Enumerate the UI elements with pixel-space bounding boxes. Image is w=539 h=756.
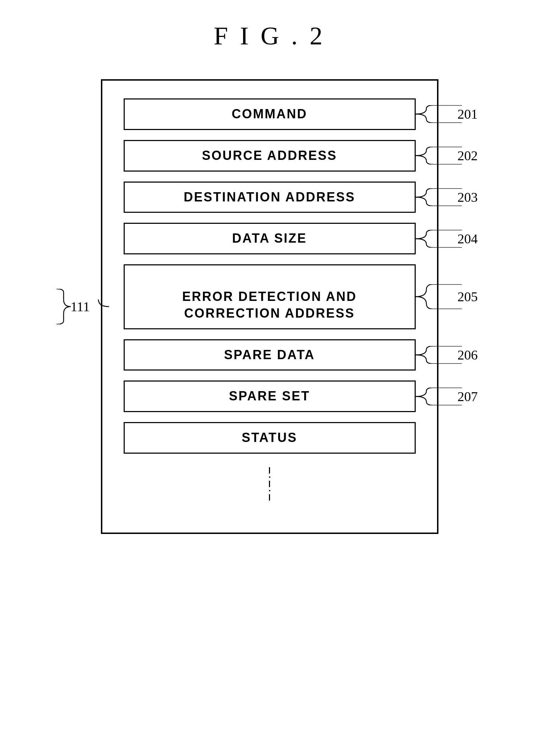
ref-203: 203 bbox=[458, 189, 478, 205]
ref-205: 205 bbox=[458, 289, 478, 304]
field-command: COMMAND bbox=[124, 98, 416, 130]
field-row-spare-data: SPARE DATA 206 bbox=[124, 339, 416, 371]
dash-3 bbox=[269, 494, 270, 501]
ref-207: 207 bbox=[458, 389, 478, 404]
dot-2 bbox=[269, 490, 270, 491]
dash-1 bbox=[269, 467, 270, 474]
field-spare-set: SPARE SET bbox=[124, 380, 416, 412]
dash-2 bbox=[269, 481, 270, 487]
field-row-command: COMMAND 201 bbox=[124, 98, 416, 130]
figure-title: F I G . 2 bbox=[214, 21, 325, 51]
field-row-destination-address: DESTINATION ADDRESS 203 bbox=[124, 182, 416, 213]
field-row-spare-set: SPARE SET 207 bbox=[124, 380, 416, 412]
field-spare-data: SPARE DATA bbox=[124, 339, 416, 371]
ref-206: 206 bbox=[458, 347, 478, 363]
connector-201-icon bbox=[416, 105, 462, 123]
connector-203-icon bbox=[416, 188, 462, 206]
field-data-size: DATA SIZE bbox=[124, 223, 416, 254]
field-status: STATUS bbox=[124, 422, 416, 454]
connector-205-icon bbox=[416, 284, 462, 309]
page: F I G . 2 111 COMMAND 201 bbox=[0, 0, 539, 756]
connector-206-icon bbox=[416, 346, 462, 364]
connector-207-icon bbox=[416, 388, 462, 405]
ref-202: 202 bbox=[458, 148, 478, 163]
dot-1 bbox=[269, 476, 270, 478]
connector-202-icon bbox=[416, 147, 462, 164]
field-error-detection: ERROR DETECTION AND CORRECTION ADDRESS bbox=[124, 264, 416, 329]
outer-box: COMMAND 201 SOURCE ADDRESS 202 bbox=[101, 79, 438, 534]
diagram-area: 111 COMMAND 201 SOURCE ADDRESS bbox=[74, 79, 465, 534]
left-bracket-icon bbox=[49, 289, 78, 324]
field-row-data-size: DATA SIZE 204 bbox=[124, 223, 416, 254]
field-destination-address: DESTINATION ADDRESS bbox=[124, 182, 416, 213]
field-row-error-detection: ERROR DETECTION AND CORRECTION ADDRESS 2… bbox=[124, 264, 416, 329]
field-row-status: STATUS bbox=[124, 422, 416, 454]
connector-204-icon bbox=[416, 230, 462, 248]
field-row-source-address: SOURCE ADDRESS 202 bbox=[124, 140, 416, 172]
field-source-address: SOURCE ADDRESS bbox=[124, 140, 416, 172]
ref-201: 201 bbox=[458, 106, 478, 122]
ref-204: 204 bbox=[458, 231, 478, 247]
continuation-dots bbox=[269, 464, 270, 504]
